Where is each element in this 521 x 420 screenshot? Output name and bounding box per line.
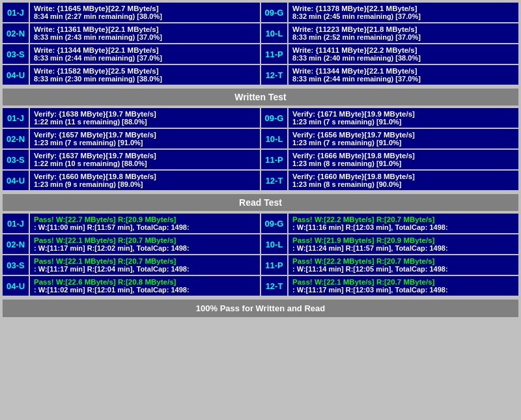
cell-line2: : W:[11:24 min] R:[11:57 min], TotalCap:… xyxy=(292,244,514,252)
cell-id: 09-G xyxy=(261,108,287,128)
cell-content: Verify: {1660 MByte}[19.8 MByte/s]1:23 m… xyxy=(30,171,260,190)
cell-content: Write: {11344 MByte}[22.1 MByte/s]8:33 m… xyxy=(30,44,260,64)
cell-line1: Verify: {1671 MByte}[19.9 MByte/s] xyxy=(292,110,514,118)
table-row: 11-PPass! W:[22.2 MByte/s] R:[20.7 MByte… xyxy=(261,255,518,275)
pass-section: 01-JPass! W:[22.7 MByte/s] R:[20.9 MByte… xyxy=(3,214,518,297)
cell-line1: Verify: {1666 MByte}[19.8 MByte/s] xyxy=(292,152,514,160)
verify-left-col: 01-JVerify: {1638 MByte}[19.7 MByte/s]1:… xyxy=(3,108,260,191)
write-left-col: 01-JWrite: {11645 MByte}[22.7 MByte/s]8:… xyxy=(3,3,260,86)
cell-content: Verify: {1660 MByte}[19.8 MByte/s]1:23 m… xyxy=(289,171,518,190)
cell-line2: 1:23 min (7 s remaining) [91.0%] xyxy=(292,118,514,126)
cell-line2: 1:23 min (9 s remaining) [89.0%] xyxy=(34,180,256,188)
table-row: 03-SVerify: {1637 MByte}[19.7 MByte/s]1:… xyxy=(3,150,260,169)
table-row: 01-JWrite: {11645 MByte}[22.7 MByte/s]8:… xyxy=(3,3,260,22)
cell-line2: 8:33 min (2:44 min remaining) [37.0%] xyxy=(292,75,514,83)
cell-id: 12-T xyxy=(261,65,287,85)
cell-content: Write: {11223 MByte}[21.8 MByte/s]8:33 m… xyxy=(289,23,518,43)
table-row: 10-LVerify: {1656 MByte}[19.7 MByte/s]1:… xyxy=(261,129,518,148)
cell-content: Write: {11411 MByte}[22.2 MByte/s]8:33 m… xyxy=(289,44,518,64)
table-row: 02-NPass! W:[22.1 MByte/s] R:[20.7 MByte… xyxy=(3,234,260,254)
written-test-label: Written Test xyxy=(234,92,287,102)
table-row: 04-UPass! W:[22.6 MByte/s] R:[20.8 MByte… xyxy=(3,276,260,296)
cell-line2: : W:[11:17 min] R:[12:02 min], TotalCap:… xyxy=(34,244,256,252)
cell-line2: 1:22 min (11 s remaining) [88.0%] xyxy=(34,118,256,126)
cell-content: Write: {11344 MByte}[22.1 MByte/s]8:33 m… xyxy=(289,65,518,85)
cell-content: Pass! W:[22.1 MByte/s] R:[20.7 MByte/s]:… xyxy=(30,234,260,254)
table-row: 01-JPass! W:[22.7 MByte/s] R:[20.9 MByte… xyxy=(3,214,260,233)
cell-content: Verify: {1637 MByte}[19.7 MByte/s]1:22 m… xyxy=(30,150,260,169)
cell-line1: Verify: {1638 MByte}[19.7 MByte/s] xyxy=(34,110,256,118)
cell-line1: Pass! W:[22.2 MByte/s] R:[20.7 MByte/s] xyxy=(292,216,514,223)
table-row: 12-TVerify: {1660 MByte}[19.8 MByte/s]1:… xyxy=(261,171,518,190)
cell-line2: 1:23 min (7 s remaining) [91.0%] xyxy=(34,139,256,147)
cell-content: Pass! W:[22.7 MByte/s] R:[20.9 MByte/s]:… xyxy=(30,214,260,233)
table-row: 12-TPass! W:[22.1 MByte/s] R:[20.7 MByte… xyxy=(261,276,518,296)
cell-line1: Pass! W:[22.7 MByte/s] R:[20.9 MByte/s] xyxy=(34,216,256,223)
cell-line1: Write: {11361 MByte}[22.1 MByte/s] xyxy=(34,25,256,33)
cell-line1: Verify: {1656 MByte}[19.7 MByte/s] xyxy=(292,131,514,139)
cell-line2: : W:[11:17 min] R:[12:03 min], TotalCap:… xyxy=(292,286,514,294)
cell-content: Verify: {1666 MByte}[19.8 MByte/s]1:23 m… xyxy=(289,150,518,169)
cell-content: Write: {11361 MByte}[22.1 MByte/s]8:33 m… xyxy=(30,23,260,43)
bottom-status: 100% Pass for Written and Read xyxy=(3,300,518,317)
table-row: 09-GPass! W:[22.2 MByte/s] R:[20.7 MByte… xyxy=(261,214,518,233)
cell-line1: Verify: {1660 MByte}[19.8 MByte/s] xyxy=(292,173,514,180)
pass-left-col: 01-JPass! W:[22.7 MByte/s] R:[20.9 MByte… xyxy=(3,214,260,297)
cell-content: Pass! W:[22.2 MByte/s] R:[20.7 MByte/s]:… xyxy=(289,255,518,275)
cell-line1: Write: {11223 MByte}[21.8 MByte/s] xyxy=(292,25,514,33)
cell-content: Pass! W:[21.9 MByte/s] R:[20.9 MByte/s]:… xyxy=(289,234,518,254)
cell-line2: 8:33 min (2:44 min remaining) [37.0%] xyxy=(34,54,256,62)
cell-line1: Write: {11378 MByte}[22.1 MByte/s] xyxy=(292,5,514,12)
table-row: 11-PWrite: {11411 MByte}[22.2 MByte/s]8:… xyxy=(261,44,518,64)
cell-line2: 1:22 min (10 s remaining) [88.0%] xyxy=(34,160,256,167)
cell-line2: : W:[11:00 min] R:[11:57 min], TotalCap:… xyxy=(34,223,256,231)
cell-id: 12-T xyxy=(261,276,287,296)
cell-line1: Verify: {1660 MByte}[19.8 MByte/s] xyxy=(34,173,256,180)
cell-id: 01-J xyxy=(3,214,29,233)
cell-line2: 8:33 min (2:52 min remaining) [37.0%] xyxy=(292,33,514,41)
write-section: 01-JWrite: {11645 MByte}[22.7 MByte/s]8:… xyxy=(3,3,518,86)
cell-line1: Write: {11411 MByte}[22.2 MByte/s] xyxy=(292,46,514,54)
cell-id: 02-N xyxy=(3,23,29,43)
cell-id: 10-L xyxy=(261,23,287,43)
cell-line1: Pass! W:[22.6 MByte/s] R:[20.8 MByte/s] xyxy=(34,278,256,286)
cell-line2: : W:[11:17 min] R:[12:04 min], TotalCap:… xyxy=(34,265,256,273)
cell-line2: 1:23 min (7 s remaining) [91.0%] xyxy=(292,139,514,147)
cell-content: Pass! W:[22.2 MByte/s] R:[20.7 MByte/s]:… xyxy=(289,214,518,233)
read-test-label: Read Test xyxy=(239,197,282,208)
cell-line2: : W:[11:02 min] R:[12:01 min], TotalCap:… xyxy=(34,286,256,294)
cell-line1: Verify: {1657 MByte}[19.7 MByte/s] xyxy=(34,131,256,139)
cell-id: 02-N xyxy=(3,234,29,254)
bottom-status-label: 100% Pass for Written and Read xyxy=(196,303,325,313)
cell-line2: 8:33 min (2:40 min remaining) [38.0%] xyxy=(292,54,514,62)
cell-line2: 1:23 min (8 s remaining) [91.0%] xyxy=(292,160,514,167)
cell-line1: Write: {11344 MByte}[22.1 MByte/s] xyxy=(292,67,514,75)
cell-content: Write: {11582 MByte}[22.5 MByte/s]8:33 m… xyxy=(30,65,260,85)
cell-line2: 8:33 min (2:43 min remaining) [37.0%] xyxy=(34,33,256,41)
cell-line2: 1:23 min (8 s remaining) [90.0%] xyxy=(292,180,514,188)
table-row: 04-UWrite: {11582 MByte}[22.5 MByte/s]8:… xyxy=(3,65,260,85)
cell-content: Write: {11378 MByte}[22.1 MByte/s]8:32 m… xyxy=(289,3,518,22)
cell-id: 12-T xyxy=(261,171,287,190)
table-row: 03-SPass! W:[22.1 MByte/s] R:[20.7 MByte… xyxy=(3,255,260,275)
cell-line2: : W:[11:14 min] R:[12:05 min], TotalCap:… xyxy=(292,265,514,273)
cell-id: 11-P xyxy=(261,44,287,64)
table-row: 02-NWrite: {11361 MByte}[22.1 MByte/s]8:… xyxy=(3,23,260,43)
table-row: 10-LPass! W:[21.9 MByte/s] R:[20.9 MByte… xyxy=(261,234,518,254)
cell-id: 01-J xyxy=(3,3,29,22)
cell-content: Pass! W:[22.1 MByte/s] R:[20.7 MByte/s]:… xyxy=(289,276,518,296)
cell-id: 11-P xyxy=(261,150,287,169)
table-row: 11-PVerify: {1666 MByte}[19.8 MByte/s]1:… xyxy=(261,150,518,169)
cell-line1: Pass! W:[22.1 MByte/s] R:[20.7 MByte/s] xyxy=(34,236,256,244)
cell-content: Verify: {1656 MByte}[19.7 MByte/s]1:23 m… xyxy=(289,129,518,148)
table-row: 09-GWrite: {11378 MByte}[22.1 MByte/s]8:… xyxy=(261,3,518,22)
cell-id: 04-U xyxy=(3,276,29,296)
table-row: 01-JVerify: {1638 MByte}[19.7 MByte/s]1:… xyxy=(3,108,260,128)
table-row: 09-GVerify: {1671 MByte}[19.9 MByte/s]1:… xyxy=(261,108,518,128)
cell-content: Pass! W:[22.1 MByte/s] R:[20.7 MByte/s]:… xyxy=(30,255,260,275)
write-right-col: 09-GWrite: {11378 MByte}[22.1 MByte/s]8:… xyxy=(261,3,518,86)
cell-id: 03-S xyxy=(3,255,29,275)
table-row: 12-TWrite: {11344 MByte}[22.1 MByte/s]8:… xyxy=(261,65,518,85)
cell-line1: Pass! W:[22.1 MByte/s] R:[20.7 MByte/s] xyxy=(34,257,256,265)
cell-id: 11-P xyxy=(261,255,287,275)
